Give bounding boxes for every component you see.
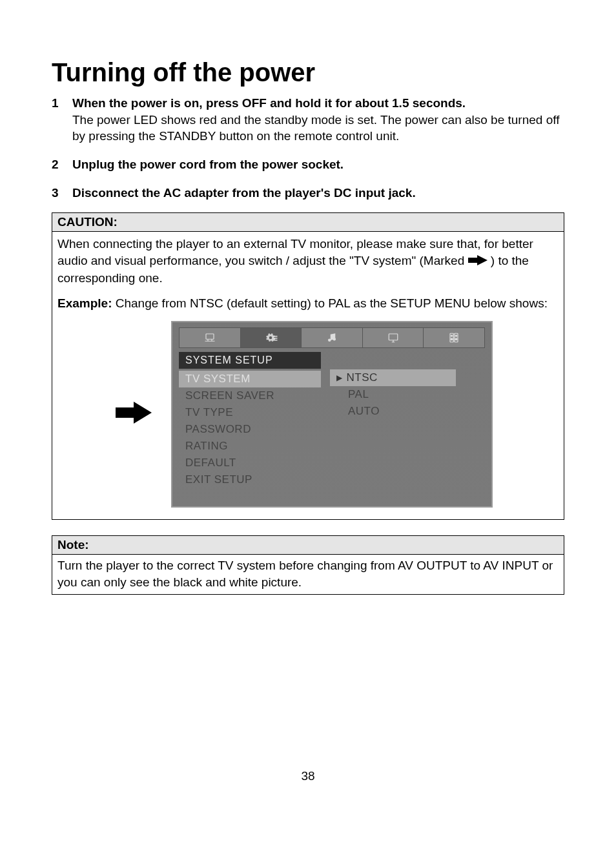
step-number: 2 (52, 156, 72, 173)
step-head: Disconnect the AC adapter from the playe… (72, 186, 416, 200)
svg-point-7 (333, 338, 336, 341)
step-item: 3 Disconnect the AC adapter from the pla… (52, 185, 564, 201)
svg-rect-2 (206, 334, 214, 339)
osd-right-column: ▶ NTSC PAL AUTO (330, 352, 456, 420)
osd-option-item: PAL (330, 386, 456, 403)
svg-rect-3 (273, 336, 278, 337)
osd-tab-video-icon (363, 327, 424, 348)
osd-menu-item: TV TYPE (179, 404, 321, 421)
svg-rect-5 (273, 340, 278, 341)
osd-option-item: ▶ NTSC (330, 369, 456, 386)
osd-tab-speaker-icon (424, 327, 485, 348)
osd-menu-item: SCREEN SAVER (179, 387, 321, 404)
osd-screenshot: SYSTEM SETUP TV SYSTEM SCREEN SAVER TV T… (171, 321, 493, 508)
svg-point-13 (451, 338, 453, 340)
page-title: Turning off the power (52, 58, 564, 87)
arrow-right-icon (468, 253, 488, 270)
step-item: 1 When the power is on, press OFF and ho… (52, 95, 564, 145)
osd-tab-setup-icon (241, 327, 302, 348)
osd-left-column: SYSTEM SETUP TV SYSTEM SCREEN SAVER TV T… (179, 352, 321, 488)
osd-menu-item: RATING (179, 438, 321, 455)
osd-option-item: AUTO (330, 403, 456, 420)
svg-marker-1 (116, 402, 152, 424)
step-item: 2 Unplug the power cord from the power s… (52, 156, 564, 173)
steps-list: 1 When the power is on, press OFF and ho… (52, 95, 564, 201)
triangle-right-icon: ▶ (336, 373, 343, 382)
caution-text: When connecting the player to an externa… (57, 236, 559, 286)
svg-point-12 (455, 335, 457, 336)
svg-marker-0 (468, 255, 488, 265)
step-head: When the power is on, press OFF and hold… (72, 96, 466, 110)
step-number: 3 (52, 185, 72, 201)
osd-menu-item: PASSWORD (179, 421, 321, 438)
note-box: Note: Turn the player to the correct TV … (52, 535, 564, 595)
svg-rect-4 (273, 338, 278, 339)
caution-label: CAUTION: (52, 213, 564, 232)
svg-rect-8 (389, 334, 398, 340)
page-number: 38 (52, 769, 564, 783)
osd-tabs (179, 327, 485, 348)
step-head: Unplug the power cord from the power soc… (72, 158, 344, 171)
step-number: 1 (52, 95, 72, 112)
svg-point-6 (328, 338, 331, 342)
note-text: Turn the player to the correct TV system… (52, 555, 564, 594)
osd-tab-audio-icon (302, 327, 363, 348)
osd-menu-item: EXIT SETUP (179, 471, 321, 488)
note-label: Note: (52, 536, 564, 555)
osd-tab-general-icon (179, 327, 241, 348)
arrow-right-icon (116, 402, 152, 427)
svg-point-11 (451, 335, 453, 336)
step-body: The power LED shows red and the standby … (72, 113, 559, 143)
osd-menu-item: DEFAULT (179, 455, 321, 471)
example-text: Example: Change from NTSC (default setti… (57, 295, 559, 312)
osd-menu-item: TV SYSTEM (179, 371, 321, 387)
osd-section-title: SYSTEM SETUP (179, 352, 321, 369)
svg-point-14 (455, 338, 457, 340)
caution-box: CAUTION: When connecting the player to a… (52, 212, 564, 520)
